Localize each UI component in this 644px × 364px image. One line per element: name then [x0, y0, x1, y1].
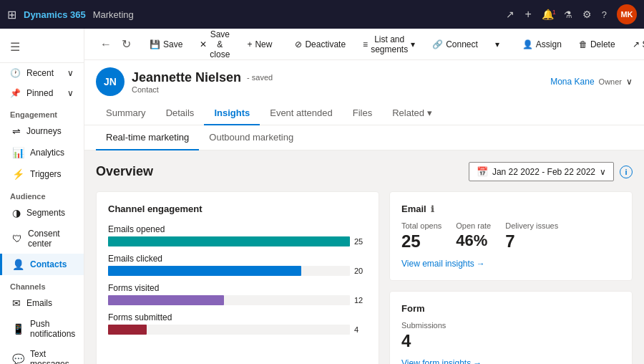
delete-button[interactable]: 🗑 Delete — [572, 36, 623, 53]
owner-name[interactable]: Mona Kane — [550, 77, 594, 87]
email-info-icon[interactable]: ℹ — [431, 204, 434, 214]
share-button[interactable]: ↗ Share — [625, 36, 644, 53]
sidebar-item-contacts[interactable]: 👤 Contacts — [0, 254, 84, 275]
recent-label: Recent — [26, 68, 54, 78]
list-chevron: ▾ — [411, 39, 415, 49]
filter-icon[interactable]: ⚗ — [564, 9, 572, 20]
tab-files[interactable]: Files — [343, 102, 382, 125]
forms-visited-row: Forms visited 12 — [108, 283, 367, 305]
assign-icon: 👤 — [522, 39, 533, 49]
settings-icon[interactable]: ⚙ — [582, 9, 592, 20]
emails-opened-fill — [108, 236, 350, 246]
emails-clicked-track — [108, 266, 350, 276]
record-toolbar: ← ↻ 💾 Save ✕ Save & close + New ⊘ Deacti… — [84, 29, 644, 60]
delete-icon: 🗑 — [579, 39, 587, 49]
contacts-icon: 👤 — [12, 259, 24, 270]
new-icon: + — [247, 39, 252, 49]
app-grid-icon[interactable]: ⊞ — [7, 8, 16, 21]
sidebar-item-push[interactable]: 📱 Push notifications — [0, 314, 84, 344]
sidebar-item-segments[interactable]: ◑ Segments — [0, 202, 84, 224]
toolbar-navigation: ← ↻ — [96, 34, 135, 54]
assign-button[interactable]: 👤 Assign — [515, 36, 569, 53]
segments-icon: ◑ — [12, 207, 21, 219]
sidebar-item-triggers[interactable]: ⚡ Triggers — [0, 163, 84, 185]
subtab-realtime[interactable]: Real-time marketing — [96, 125, 199, 150]
form-card-title: Form — [401, 303, 620, 314]
sidebar-item-journeys[interactable]: ⇌ Journeys — [0, 120, 84, 142]
pinned-chevron: ∨ — [67, 88, 74, 98]
tab-insights[interactable]: Insights — [204, 102, 260, 125]
back-button[interactable]: ← — [96, 35, 116, 54]
engagement-section-header: Engagement — [0, 103, 84, 120]
save-close-button[interactable]: ✕ Save & close — [192, 29, 237, 63]
open-rate-metric: Open rate 46% — [456, 221, 491, 252]
submissions-metric: Submissions 4 — [401, 321, 446, 351]
emails-icon: ✉ — [12, 297, 21, 309]
sidebar-item-text[interactable]: 💬 Text messages — [0, 344, 84, 364]
recent-chevron: ∨ — [67, 68, 74, 78]
submissions-label: Submissions — [401, 321, 446, 330]
overview-header: Overview 📅 Jan 22 2022 - Feb 22 2022 ∨ i — [96, 162, 633, 181]
deactivate-icon: ⊘ — [295, 39, 302, 49]
new-button[interactable]: + New — [240, 36, 279, 53]
record-avatar: JN — [96, 67, 125, 96]
content-area: Overview 📅 Jan 22 2022 - Feb 22 2022 ∨ i… — [84, 150, 644, 364]
bell-badge: 1 — [552, 9, 556, 16]
tab-details[interactable]: Details — [156, 102, 205, 125]
consent-icon: 🛡 — [12, 233, 22, 244]
delivery-issues-metric: Delivery issues 7 — [505, 221, 558, 252]
user-avatar[interactable]: MK — [617, 4, 637, 24]
help-icon[interactable]: ? — [602, 9, 607, 20]
add-icon[interactable]: + — [525, 8, 531, 21]
deactivate-button[interactable]: ⊘ Deactivate — [288, 36, 353, 53]
forms-submitted-fill — [108, 325, 147, 335]
owner-chevron[interactable]: ∨ — [626, 77, 633, 87]
emails-clicked-value: 20 — [354, 267, 367, 275]
forms-submitted-value: 4 — [354, 325, 367, 334]
record-identity: JN Jeannette Nielsen - saved Contact — [96, 67, 273, 96]
hamburger-menu[interactable]: ☰ — [0, 34, 84, 59]
sidebar-item-analytics[interactable]: 📊 Analytics — [0, 142, 84, 163]
list-segments-button[interactable]: ≡ List and segments ▾ — [356, 31, 422, 58]
delivery-issues-label: Delivery issues — [505, 221, 558, 230]
text-icon: 💬 — [12, 353, 24, 364]
sidebar-item-recent[interactable]: 🕐 Recent ∨ — [0, 63, 84, 83]
sidebar-item-consent-center[interactable]: 🛡 Consent center — [0, 224, 84, 254]
total-opens-value: 25 — [401, 231, 441, 252]
record-type: Contact — [132, 85, 273, 94]
sidebar-item-pinned[interactable]: 📌 Pinned ∨ — [0, 83, 84, 103]
view-email-insights-link[interactable]: View email insights → — [401, 259, 620, 269]
connect-button[interactable]: 🔗 Connect — [425, 36, 485, 53]
tab-summary[interactable]: Summary — [96, 102, 156, 125]
date-filter[interactable]: 📅 Jan 22 2022 - Feb 22 2022 ∨ — [469, 162, 614, 181]
info-icon[interactable]: i — [620, 166, 633, 178]
sidebar: ☰ 🕐 Recent ∨ 📌 Pinned ∨ Engagement ⇌ Jou… — [0, 29, 84, 364]
sidebar-item-emails[interactable]: ✉ Emails — [0, 292, 84, 314]
record-saved-indicator: - saved — [247, 73, 273, 82]
insights-subtabs: Real-time marketing Outbound marketing — [84, 125, 644, 150]
journeys-label: Journeys — [26, 126, 62, 136]
email-metrics-row: Total opens 25 Open rate 46% Delivery is… — [401, 221, 620, 252]
tab-related[interactable]: Related ▾ — [382, 102, 441, 125]
emails-opened-label: Emails opened — [108, 224, 367, 234]
subtab-outbound[interactable]: Outbound marketing — [199, 125, 303, 150]
view-form-insights-link[interactable]: View form insights → — [401, 358, 620, 364]
connect-dropdown-icon: ▾ — [495, 39, 499, 49]
emails-opened-row: Emails opened 25 — [108, 224, 367, 246]
channel-engagement-title: Channel engagement — [108, 203, 367, 214]
external-link-icon[interactable]: ↗ — [506, 9, 514, 20]
forms-submitted-label: Forms submitted — [108, 312, 367, 322]
connect-chevron-button[interactable]: ▾ — [488, 36, 507, 53]
analytics-icon: 📊 — [12, 147, 24, 158]
save-button[interactable]: 💾 Save — [142, 36, 190, 53]
emails-clicked-label: Emails clicked — [108, 254, 367, 264]
main-content: ← ↻ 💾 Save ✕ Save & close + New ⊘ Deacti… — [84, 29, 644, 364]
analytics-label: Analytics — [30, 148, 64, 158]
pinned-label: Pinned — [26, 88, 53, 98]
tab-event-attended[interactable]: Event attended — [260, 102, 342, 125]
bell-icon[interactable]: 🔔1 — [542, 9, 554, 20]
total-opens-metric: Total opens 25 — [401, 221, 441, 252]
refresh-button[interactable]: ↻ — [117, 34, 135, 54]
brand-name: Dynamics 365 — [24, 9, 86, 20]
channels-section-header: Channels — [0, 275, 84, 292]
